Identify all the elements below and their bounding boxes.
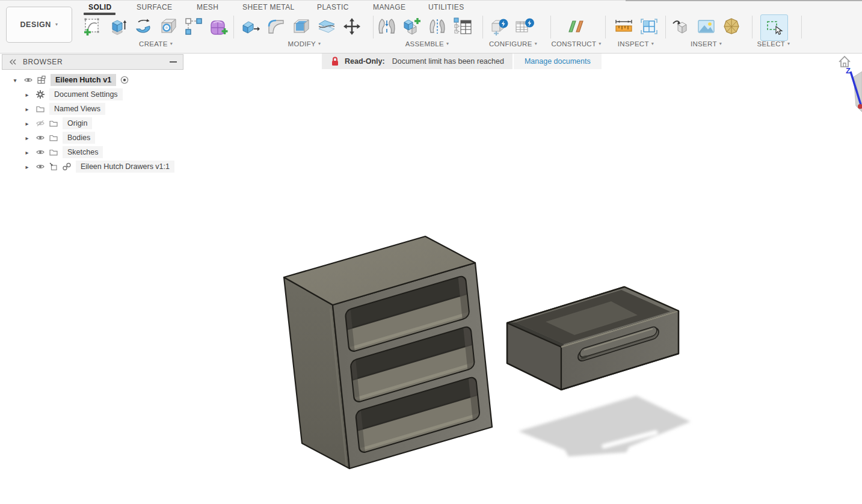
tab-plastic[interactable]: PLASTIC bbox=[317, 3, 349, 11]
browser-item-label: Document Settings bbox=[49, 88, 123, 100]
eye-icon[interactable] bbox=[35, 147, 45, 157]
viewcube[interactable]: Z bbox=[836, 53, 862, 120]
construct-menu[interactable]: CONSTRUCT▾ bbox=[551, 40, 601, 48]
readonly-badge: Read-Only: bbox=[345, 57, 385, 66]
tab-sheet-metal[interactable]: SHEET METAL bbox=[242, 3, 295, 11]
move-copy-icon[interactable] bbox=[342, 16, 362, 37]
create-sketch-icon[interactable] bbox=[82, 16, 103, 37]
chevron-down-icon: ▾ bbox=[55, 22, 58, 27]
component-icon bbox=[37, 75, 46, 85]
collapse-panel-icon[interactable] bbox=[8, 58, 18, 66]
configuration-icon[interactable] bbox=[489, 16, 510, 37]
tab-solid[interactable]: SOLID bbox=[88, 3, 112, 11]
revolve-icon[interactable] bbox=[133, 16, 153, 37]
eye-icon[interactable] bbox=[23, 75, 33, 85]
toolbar-divider bbox=[665, 16, 666, 38]
new-component-icon[interactable] bbox=[402, 16, 422, 37]
activate-component-radio-icon[interactable] bbox=[120, 75, 129, 85]
toolbar-divider bbox=[605, 16, 606, 38]
chevron-down-icon: ▾ bbox=[651, 41, 654, 46]
hutch-body[interactable] bbox=[284, 236, 492, 469]
folder-icon bbox=[35, 104, 45, 114]
readonly-text: Document limit has been reached bbox=[392, 57, 504, 66]
browser-item-bodies[interactable]: ▸ Bodies bbox=[2, 131, 183, 145]
browser-item-label: Origin bbox=[63, 117, 92, 129]
chevron-down-icon: ▾ bbox=[446, 41, 449, 46]
split-body-icon[interactable] bbox=[316, 16, 337, 37]
joint-icon[interactable] bbox=[377, 16, 397, 37]
folder-icon bbox=[49, 118, 58, 128]
fillet-icon[interactable] bbox=[266, 16, 286, 37]
readonly-banner: Read-Only: Document limit has been reach… bbox=[322, 54, 602, 69]
inspect-menu[interactable]: INSPECT▾ bbox=[618, 40, 654, 48]
browser-header: BROWSER bbox=[2, 54, 183, 70]
tab-mesh[interactable]: MESH bbox=[197, 3, 218, 11]
shell-icon[interactable] bbox=[291, 16, 312, 37]
caret-right-icon[interactable]: ▸ bbox=[22, 149, 32, 156]
browser-item-root-component[interactable]: ▾ Eileen Hutch v1 bbox=[2, 73, 183, 87]
canvas-icon[interactable] bbox=[696, 16, 716, 37]
extrude-icon[interactable] bbox=[108, 16, 128, 37]
home-icon[interactable] bbox=[839, 57, 850, 67]
fusion-window: Z DESIGN ▾ SOLID SURFACE MESH SHEET META… bbox=[0, 0, 862, 504]
tab-surface[interactable]: SURFACE bbox=[137, 3, 172, 11]
configuration-table-icon[interactable] bbox=[514, 16, 535, 37]
select-icon[interactable] bbox=[764, 17, 784, 38]
create-menu[interactable]: CREATE▾ bbox=[139, 40, 173, 48]
window-top-border-dark bbox=[626, 0, 862, 1]
caret-right-icon[interactable]: ▸ bbox=[22, 164, 32, 170]
insert-menu[interactable]: INSERT▾ bbox=[691, 40, 722, 48]
caret-right-icon[interactable]: ▸ bbox=[22, 106, 32, 112]
eye-icon[interactable] bbox=[35, 133, 45, 143]
browser-item-drawers-component[interactable]: ▸ Eileen Hutch Drawers v1:1 bbox=[2, 159, 183, 174]
modify-menu[interactable]: MODIFY▾ bbox=[288, 40, 321, 48]
browser-item-origin[interactable]: ▸ Origin bbox=[2, 116, 183, 131]
folder-icon bbox=[49, 147, 58, 157]
create-form-icon[interactable] bbox=[209, 16, 229, 37]
browser-item-label: Sketches bbox=[63, 146, 103, 158]
insert-mesh-icon[interactable] bbox=[721, 16, 742, 37]
linked-component-icon bbox=[49, 162, 58, 171]
configure-menu[interactable]: CONFIGURE▾ bbox=[489, 40, 537, 48]
browser-title: BROWSER bbox=[23, 58, 170, 66]
caret-right-icon[interactable]: ▸ bbox=[22, 91, 32, 98]
caret-right-icon[interactable]: ▸ bbox=[22, 120, 32, 127]
toolbar-divider bbox=[550, 16, 551, 38]
tab-manage[interactable]: MANAGE bbox=[373, 3, 405, 11]
browser-item-named-views[interactable]: ▸ Named Views bbox=[2, 102, 183, 116]
chevron-down-icon: ▾ bbox=[535, 41, 537, 46]
browser-item-document-settings[interactable]: ▸ Document Settings bbox=[2, 87, 183, 102]
minimize-icon[interactable] bbox=[170, 61, 177, 63]
lock-icon bbox=[330, 56, 340, 67]
bom-icon[interactable] bbox=[452, 16, 473, 37]
rectangular-pattern-icon[interactable] bbox=[183, 16, 204, 37]
eye-hidden-icon[interactable] bbox=[35, 118, 45, 128]
toolbar-divider bbox=[752, 16, 753, 38]
browser-item-sketches[interactable]: ▸ Sketches bbox=[2, 145, 183, 159]
browser-panel: BROWSER ▾ Eileen Hutch v1 ▸ bbox=[2, 54, 183, 174]
browser-item-label: Named Views bbox=[49, 103, 105, 115]
measure-icon[interactable] bbox=[614, 16, 634, 37]
browser-tree: ▾ Eileen Hutch v1 ▸ bbox=[2, 70, 183, 174]
hole-icon[interactable] bbox=[158, 16, 179, 37]
construction-plane-icon[interactable] bbox=[566, 16, 586, 37]
viewcube-z-axis-label: Z bbox=[846, 66, 851, 75]
caret-right-icon[interactable]: ▸ bbox=[22, 135, 32, 141]
workspace-switcher[interactable]: DESIGN ▾ bbox=[6, 7, 72, 43]
chevron-down-icon: ▾ bbox=[599, 41, 601, 46]
tab-utilities[interactable]: UTILITIES bbox=[428, 3, 464, 11]
as-built-joint-icon[interactable] bbox=[427, 16, 448, 37]
derive-icon[interactable] bbox=[671, 16, 691, 37]
section-analysis-icon[interactable] bbox=[639, 16, 659, 37]
workspace-label: DESIGN bbox=[20, 20, 51, 29]
chevron-down-icon: ▾ bbox=[787, 41, 790, 46]
toolbar-divider bbox=[373, 16, 374, 38]
assemble-menu[interactable]: ASSEMBLE▾ bbox=[405, 40, 449, 48]
press-pull-icon[interactable] bbox=[241, 16, 261, 37]
drawer-body[interactable] bbox=[507, 287, 679, 390]
caret-down-icon[interactable]: ▾ bbox=[10, 77, 20, 84]
eye-icon[interactable] bbox=[35, 162, 45, 171]
manage-documents-link[interactable]: Manage documents bbox=[514, 54, 602, 69]
select-tool-active-highlight[interactable] bbox=[760, 14, 788, 41]
select-menu[interactable]: SELECT▾ bbox=[757, 40, 790, 48]
